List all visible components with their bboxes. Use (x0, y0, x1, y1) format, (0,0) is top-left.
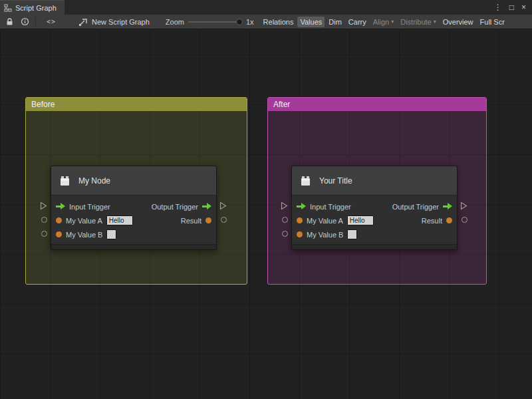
graph-reference[interactable]: New Script Graph (78, 16, 150, 28)
external-value-a-connector[interactable] (41, 215, 48, 224)
port-row-value-a: My Value A Result (51, 213, 216, 227)
port-row-value-b: My Value B (51, 227, 216, 241)
dim-button[interactable]: Dim (326, 17, 344, 27)
input-trigger-port[interactable] (56, 203, 65, 210)
external-flow-output-connector[interactable] (219, 201, 227, 210)
group-title: After (273, 100, 290, 109)
value-a-input[interactable] (106, 215, 133, 225)
relations-button[interactable]: Relations (261, 17, 297, 27)
close-icon[interactable]: × (521, 3, 526, 11)
external-value-b-connector[interactable] (281, 229, 289, 238)
tab-script-graph[interactable]: Script Graph (0, 0, 65, 15)
node-header[interactable]: My Node (51, 166, 216, 196)
graph-toolbar: <> New Script Graph Zoom 1x Relations Va… (0, 15, 532, 29)
value-b-port[interactable] (56, 231, 62, 237)
output-trigger-port[interactable] (202, 203, 211, 210)
result-port[interactable] (205, 217, 211, 223)
graph-canvas[interactable]: Before My Node Input Tr (0, 29, 532, 399)
output-trigger-label: Output Trigger (392, 203, 439, 211)
value-b-port[interactable] (297, 231, 303, 237)
result-label: Result (422, 217, 442, 225)
node-your-title[interactable]: Your Title Input Trigger Output Trigger (291, 166, 458, 250)
node-body: Input Trigger Output Trigger My Value A … (292, 196, 457, 244)
value-a-label: My Value A (66, 217, 102, 225)
values-button[interactable]: Values (297, 17, 325, 27)
external-flow-output-connector[interactable] (460, 201, 467, 210)
external-value-a-connector[interactable] (281, 215, 289, 224)
lock-icon[interactable] (5, 16, 14, 28)
input-trigger-label: Input Trigger (310, 203, 351, 211)
unit-node-icon (59, 175, 72, 187)
value-b-label: My Value B (307, 231, 343, 239)
value-b-label: My Value B (66, 231, 102, 239)
result-port[interactable] (446, 217, 452, 223)
value-a-input[interactable] (347, 215, 374, 225)
group-after: After Your Title Input (267, 97, 487, 285)
node-header[interactable]: Your Title (292, 166, 457, 196)
info-icon[interactable] (21, 16, 29, 28)
window-controls: ⋮ □ × (494, 3, 532, 11)
zoom-slider-handle[interactable] (236, 19, 243, 25)
external-result-connector[interactable] (220, 215, 227, 224)
align-button[interactable]: Align ▾ (370, 17, 396, 27)
external-value-b-connector[interactable] (41, 229, 48, 238)
zoom-value: 1x (246, 18, 254, 26)
zoom-slider-track (188, 21, 243, 23)
output-trigger-port[interactable] (443, 203, 452, 210)
input-trigger-port[interactable] (297, 203, 306, 210)
input-trigger-label: Input Trigger (69, 203, 110, 211)
maximize-icon[interactable]: □ (509, 3, 514, 11)
unit-node-icon (299, 175, 313, 187)
external-flow-input-connector[interactable] (40, 201, 47, 210)
port-row-value-b: My Value B (292, 227, 457, 241)
graph-name-label: New Script Graph (92, 18, 150, 26)
value-b-input[interactable] (106, 229, 116, 239)
group-before-header[interactable]: Before (26, 98, 247, 111)
align-button-label: Align (373, 18, 389, 26)
zoom-slider[interactable] (188, 17, 243, 27)
overview-button[interactable]: Overview (440, 17, 476, 27)
value-a-port[interactable] (297, 217, 303, 223)
value-a-port[interactable] (56, 217, 62, 223)
output-trigger-label: Output Trigger (152, 203, 198, 211)
distribute-button[interactable]: Distribute ▾ (398, 17, 438, 27)
node-footer (51, 244, 216, 249)
group-before: Before My Node Input Tr (25, 97, 247, 285)
result-label: Result (181, 217, 201, 225)
carry-button[interactable]: Carry (346, 17, 369, 27)
script-graph-icon (78, 16, 88, 28)
port-row-value-a: My Value A Result (292, 213, 457, 227)
graph-tab-icon (4, 2, 12, 14)
tab-label: Script Graph (15, 4, 57, 12)
tab-bar: Script Graph ⋮ □ × (0, 0, 532, 15)
toolbar-separator (35, 17, 36, 27)
value-a-label: My Value A (307, 217, 343, 225)
zoom-label: Zoom (166, 18, 184, 26)
node-my-node[interactable]: My Node Input Trigger Output Trigger (51, 166, 217, 250)
group-title: Before (31, 100, 55, 109)
chevron-down-icon: ▾ (434, 19, 436, 25)
port-row-trigger: Input Trigger Output Trigger (51, 200, 216, 213)
node-title: My Node (78, 176, 110, 186)
group-after-header[interactable]: After (268, 98, 486, 111)
code-icon[interactable]: <> (47, 16, 56, 28)
external-result-connector[interactable] (461, 215, 468, 224)
chevron-down-icon: ▾ (391, 19, 394, 25)
window-menu-icon[interactable]: ⋮ (494, 3, 502, 11)
node-body: Input Trigger Output Trigger My Value A … (51, 196, 216, 244)
port-row-trigger: Input Trigger Output Trigger (292, 200, 457, 213)
external-flow-input-connector[interactable] (281, 201, 288, 210)
node-title: Your Title (319, 176, 352, 186)
value-b-input[interactable] (347, 229, 357, 239)
fullscreen-button[interactable]: Full Scr (477, 17, 507, 27)
distribute-button-label: Distribute (400, 18, 431, 26)
node-footer (292, 244, 457, 249)
